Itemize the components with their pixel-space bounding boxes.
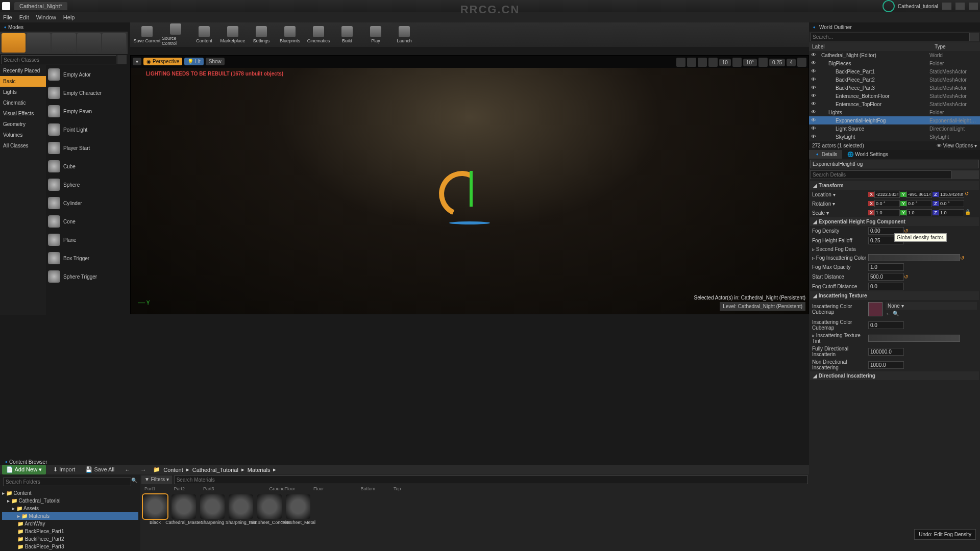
visibility-icon[interactable]: 👁	[811, 85, 817, 91]
tree-node-materials[interactable]: ▸ 📁 Materials	[2, 512, 138, 520]
foliage-mode-icon[interactable]	[77, 33, 101, 53]
use-asset-icon[interactable]: ←	[886, 311, 891, 316]
level-tab[interactable]: Cathedral_Night*	[14, 2, 67, 10]
outliner-col-type[interactable]: Type	[932, 42, 980, 51]
asset-black[interactable]: Black	[142, 494, 168, 525]
tree-node-content[interactable]: ▸ 📁 Content	[2, 489, 138, 497]
outliner-row[interactable]: 👁Enterance_TopFloorStaticMeshActor	[809, 100, 980, 108]
outliner-row[interactable]: 👁BigPiecesFolder	[809, 59, 980, 67]
toolbar-marketplace-button[interactable]: Marketplace	[219, 23, 247, 46]
viewport[interactable]: ▾ ◉ Perspective 💡Lit Show 10 10° 0.25 4 …	[130, 55, 809, 314]
cutoff-distance-input[interactable]	[868, 283, 904, 290]
angle-snap-value[interactable]: 10°	[743, 59, 757, 66]
rotation-x-input[interactable]	[874, 200, 900, 207]
section-transform[interactable]: ◢ Transform	[810, 181, 979, 190]
visibility-icon[interactable]: 👁	[811, 126, 817, 132]
viewport-options-button[interactable]: ▾	[133, 58, 141, 65]
camera-speed[interactable]: 4	[787, 59, 796, 66]
tint-swatch[interactable]	[868, 335, 960, 342]
maximize-viewport-icon[interactable]	[797, 58, 806, 67]
search-materials-input[interactable]	[174, 475, 808, 484]
visibility-icon[interactable]: 👁	[811, 109, 817, 115]
reset-icon[interactable]: ↺	[965, 191, 969, 198]
outliner-row[interactable]: 👁BackPiece_Part2StaticMeshActor	[809, 76, 980, 84]
tree-node-cathedral_tutorial[interactable]: ▸ 📁 Cathedral_Tutorial	[2, 497, 138, 505]
start-distance-input[interactable]	[868, 273, 904, 281]
tab-details[interactable]: 🔹 Details	[809, 150, 842, 159]
visibility-icon[interactable]: 👁	[811, 68, 817, 74]
inscat-tint-label[interactable]: ▹ Inscattering Texture Tint	[812, 333, 868, 344]
minimize-button[interactable]	[942, 3, 951, 10]
section-directional-inscattering[interactable]: ◢ Directional Inscattering	[810, 371, 979, 380]
fully-dir-input[interactable]	[868, 348, 904, 356]
landscape-mode-icon[interactable]	[52, 33, 76, 53]
visibility-icon[interactable]: 👁	[811, 101, 817, 107]
scale-x-input[interactable]	[874, 209, 900, 216]
browse-asset-icon[interactable]: 🔍	[893, 311, 899, 316]
class-item-point-light[interactable]: Point Light	[46, 120, 128, 139]
class-item-box-trigger[interactable]: Box Trigger	[46, 249, 128, 267]
reset-icon[interactable]: ↺	[960, 255, 964, 261]
inscat-cubemap2-input[interactable]	[868, 321, 904, 329]
toolbar-content-button[interactable]: Content	[190, 23, 218, 46]
visibility-icon[interactable]: 👁	[811, 134, 817, 140]
nav-back-icon[interactable]: ←	[121, 465, 133, 474]
perspective-button[interactable]: ◉ Perspective	[143, 58, 182, 65]
matrix-icon[interactable]	[961, 170, 970, 179]
outliner-row[interactable]: 👁Cathedral_Night (Editor)World	[809, 51, 980, 59]
source-indicator-icon[interactable]	[883, 0, 895, 12]
location-x-input[interactable]	[874, 191, 900, 198]
breadcrumb-item[interactable]: Materials	[248, 467, 271, 473]
second-fog-label[interactable]: ▹ Second Fog Data	[812, 246, 868, 252]
lit-button[interactable]: 💡Lit	[184, 58, 204, 65]
inscatter-color-label[interactable]: ▹ Fog Inscattering Color	[812, 255, 868, 261]
close-button[interactable]	[969, 3, 978, 10]
breadcrumb-item[interactable]: Cathedral_Tutorial	[192, 467, 238, 473]
class-item-player-start[interactable]: Player Start	[46, 139, 128, 157]
nav-fwd-icon[interactable]: →	[137, 465, 149, 474]
tab-world-settings[interactable]: 🌐 World Settings	[842, 150, 893, 159]
class-item-empty-pawn[interactable]: Empty Pawn	[46, 102, 128, 120]
filters-button[interactable]: ▼ Filters ▾	[141, 475, 172, 484]
outliner-col-label[interactable]: Label	[809, 42, 932, 51]
class-item-sphere[interactable]: Sphere	[46, 176, 128, 194]
asset-trimsheet_metal[interactable]: TrimSheet_Metal	[285, 494, 311, 525]
rotation-y-input[interactable]	[906, 200, 932, 207]
grid-snap-value[interactable]: 10	[719, 59, 731, 66]
toolbar-play-button[interactable]: Play	[362, 23, 389, 46]
class-category-volumes[interactable]: Volumes	[0, 130, 46, 140]
angle-icon[interactable]	[732, 58, 742, 67]
paint-mode-icon[interactable]	[27, 33, 51, 53]
visibility-icon[interactable]: 👁	[811, 77, 817, 83]
class-item-empty-character[interactable]: Empty Character	[46, 84, 128, 102]
location-z-input[interactable]	[939, 191, 964, 198]
class-category-all-classes[interactable]: All Classes	[0, 140, 46, 151]
lock-scale-icon[interactable]: 🔒	[965, 209, 971, 216]
scale-y-input[interactable]	[906, 209, 932, 216]
search-icon[interactable]	[970, 33, 979, 41]
toolbar-blueprints-button[interactable]: Blueprints	[276, 23, 304, 46]
add-new-button[interactable]: 📄 Add New ▾	[2, 465, 46, 474]
location-y-input[interactable]	[906, 191, 932, 198]
outliner-search-input[interactable]	[810, 33, 970, 41]
tree-node-assets[interactable]: ▸ 📁 Assets	[2, 505, 138, 512]
save-all-button[interactable]: 💾 Save All	[82, 465, 117, 474]
search-folders-input[interactable]	[3, 478, 131, 486]
geometry-mode-icon[interactable]	[102, 33, 126, 53]
menu-window[interactable]: Window	[36, 14, 56, 20]
class-category-lights[interactable]: Lights	[0, 87, 46, 97]
cubemap-dropdown[interactable]: None ▾	[886, 302, 977, 310]
tree-node-backpiece_part1[interactable]: 📁 BackPiece_Part1	[2, 528, 138, 535]
class-category-recently-placed[interactable]: Recently Placed	[0, 65, 46, 76]
grid-icon[interactable]	[708, 58, 718, 67]
class-category-geometry[interactable]: Geometry	[0, 119, 46, 130]
rotation-gizmo-icon[interactable]	[439, 171, 500, 232]
outliner-row[interactable]: 👁LightsFolder	[809, 108, 980, 116]
place-mode-icon[interactable]	[2, 33, 26, 53]
outliner-row[interactable]: 👁Light SourceDirectionalLight	[809, 124, 980, 133]
toolbar-source-control-button[interactable]: Source Control	[162, 23, 189, 46]
toolbar-settings-button[interactable]: Settings	[248, 23, 275, 46]
tree-node-backpiece_part2[interactable]: 📁 BackPiece_Part2	[2, 535, 138, 543]
visibility-icon[interactable]: 👁	[811, 93, 817, 99]
outliner-row[interactable]: 👁SkyLightSkyLight	[809, 133, 980, 141]
